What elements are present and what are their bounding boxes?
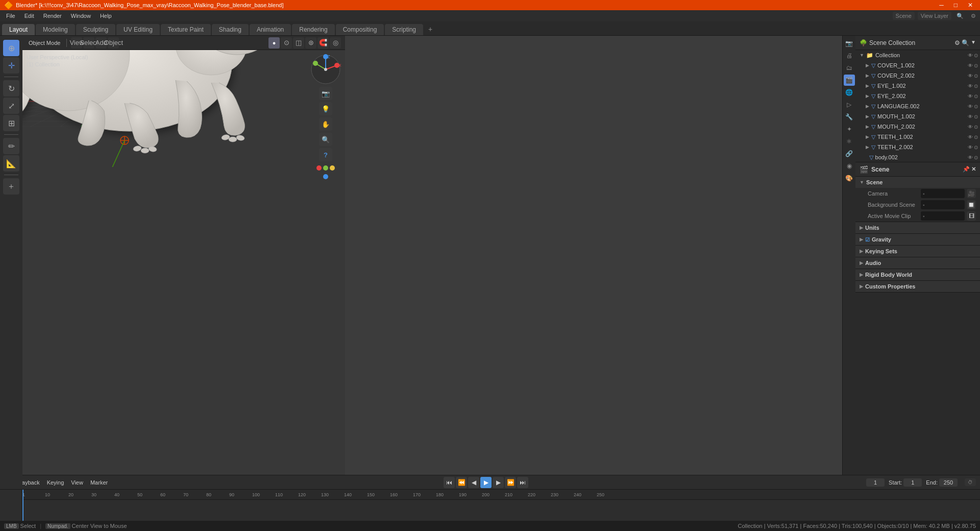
3d-viewport[interactable]: User Perspective (Local) (1) Collection … <box>22 50 345 485</box>
minimize-button[interactable]: ─ <box>936 2 947 9</box>
visibility-icon[interactable]: 👁 <box>968 155 973 160</box>
restrict-icon[interactable]: ⊙ <box>974 53 978 58</box>
object-menu[interactable]: Object <box>108 37 119 49</box>
select-menu[interactable]: Select <box>83 37 94 49</box>
props-object-icon[interactable]: ▷ <box>844 99 855 110</box>
visibility-icon[interactable]: 👁 <box>968 53 973 58</box>
tab-rendering[interactable]: Rendering <box>292 24 334 35</box>
menu-help[interactable]: Help <box>96 12 116 20</box>
viewport-overlay[interactable]: ⊙ <box>281 37 292 49</box>
view-menu[interactable]: View <box>69 478 85 487</box>
custom-properties-section-header[interactable]: ▶ Custom Properties <box>855 281 980 292</box>
props-physics-icon[interactable]: ⚛ <box>844 136 855 147</box>
outliner-item[interactable]: ▶ ▽ MOUTH_1.002 👁 ⊙ <box>855 111 980 122</box>
visibility-icon[interactable]: 👁 <box>968 144 973 150</box>
visibility-icon[interactable]: 👁 <box>968 114 973 119</box>
view-layer-selector[interactable]: View Layer <box>918 12 951 20</box>
render-preview-btn[interactable]: 💡 <box>319 102 332 115</box>
tab-texture-paint[interactable]: Texture Paint <box>161 24 211 35</box>
camera-pick-icon[interactable]: 🎥 <box>967 189 976 198</box>
gravity-check[interactable]: ☑ <box>865 237 870 243</box>
gravity-section-header[interactable]: ▶ ☑ Gravity <box>855 234 980 245</box>
search-icon[interactable]: 🔍 <box>954 13 966 19</box>
props-output-icon[interactable]: 🖨 <box>844 50 855 61</box>
props-close-icon[interactable]: ✕ <box>971 166 976 173</box>
outliner-item[interactable]: ▶ ▽ EYE_2.002 👁 ⊙ <box>855 91 980 101</box>
tab-uv-editing[interactable]: UV Editing <box>116 24 160 35</box>
play-button[interactable]: ▶ <box>480 477 492 488</box>
jump-to-end-button[interactable]: ⏭ <box>517 477 528 488</box>
keying-sets-section-header[interactable]: ▶ Keying Sets <box>855 246 980 257</box>
props-world-icon[interactable]: 🌐 <box>844 87 855 98</box>
current-frame-display[interactable]: 1 <box>866 478 885 487</box>
tab-modeling[interactable]: Modeling <box>36 24 75 35</box>
timeline-playhead[interactable] <box>22 490 23 521</box>
user-prefs-icon[interactable]: ⚙ <box>969 13 978 19</box>
visibility-icon[interactable]: 👁 <box>968 124 973 130</box>
active-movie-clip-value[interactable]: ▪ <box>921 211 965 221</box>
end-frame-display[interactable]: 250 <box>939 478 958 487</box>
annotate-tool[interactable]: ✏ <box>3 138 19 154</box>
background-scene-value[interactable]: ▪ <box>921 200 965 209</box>
audio-section-header[interactable]: ▶ Audio <box>855 257 980 269</box>
tab-compositing[interactable]: Compositing <box>336 24 384 35</box>
visibility-icon[interactable]: 👁 <box>968 83 973 89</box>
restrict-render-icon[interactable]: ⊙ <box>974 83 978 89</box>
proportional-edit[interactable]: ◎ <box>330 37 341 49</box>
rotate-tool[interactable]: ↻ <box>3 80 19 96</box>
outliner-filter-icon[interactable]: ⚙ <box>954 39 960 46</box>
tab-layout[interactable]: Layout <box>2 24 35 35</box>
viewport-gizmo[interactable]: ⊛ <box>305 37 316 49</box>
menu-window[interactable]: Window <box>67 12 95 20</box>
restrict-render-icon[interactable]: ⊙ <box>974 155 978 160</box>
restrict-render-icon[interactable]: ⊙ <box>974 134 978 140</box>
restrict-render-icon[interactable]: ⊙ <box>974 104 978 109</box>
start-frame-display[interactable]: 1 <box>903 478 922 487</box>
move-tool[interactable]: ✛ <box>3 57 19 74</box>
next-frame-button[interactable]: ▶ <box>493 477 504 488</box>
timeline-track[interactable] <box>22 500 980 521</box>
props-scene-icon[interactable]: 🎬 <box>844 75 855 86</box>
cursor-tool[interactable]: ⊕ <box>3 40 19 56</box>
props-render-icon[interactable]: 📷 <box>844 38 855 49</box>
restrict-render-icon[interactable]: ⊙ <box>974 114 978 119</box>
units-section-header[interactable]: ▶ Units <box>855 222 980 233</box>
rigid-body-world-section-header[interactable]: ▶ Rigid Body World <box>855 269 980 280</box>
keying-menu[interactable]: Keying <box>45 478 66 487</box>
viewport-shading-solid[interactable]: ● <box>268 37 280 49</box>
props-particle-icon[interactable]: ✦ <box>844 124 855 135</box>
viewport-xray[interactable]: ◫ <box>293 37 304 49</box>
snap-toggle[interactable]: 🧲 <box>317 37 329 49</box>
outliner-item[interactable]: ▶ ▽ COVER_2.002 👁 ⊙ <box>855 70 980 81</box>
outliner-item[interactable]: ▶ ▽ MOUTH_2.002 👁 ⊙ <box>855 122 980 132</box>
outliner-item[interactable]: ▽ body.002 👁 ⊙ <box>855 152 980 162</box>
add-workspace-button[interactable]: + <box>424 23 436 35</box>
visibility-icon[interactable]: 👁 <box>968 134 973 140</box>
camera-view-btn[interactable]: 📷 <box>319 87 332 100</box>
menu-file[interactable]: File <box>2 12 19 20</box>
props-data-icon[interactable]: ◉ <box>844 160 855 172</box>
viewport-nav-btn[interactable]: ✋ <box>319 117 332 131</box>
background-scene-pick-icon[interactable]: 🔲 <box>967 200 976 209</box>
outliner-item[interactable]: ▶ ▽ TEETH_2.002 👁 ⊙ <box>855 142 980 152</box>
measure-tool[interactable]: 📐 <box>3 155 19 172</box>
transform-tool[interactable]: ⊞ <box>3 115 19 131</box>
outliner-search-icon[interactable]: 🔍 <box>962 39 969 46</box>
close-button[interactable]: ✕ <box>965 2 976 9</box>
outliner-item[interactable]: ▶ ▽ COVER_1.002 👁 ⊙ <box>855 60 980 70</box>
scale-tool[interactable]: ⤢ <box>3 98 19 114</box>
menu-edit[interactable]: Edit <box>20 12 38 20</box>
add-tool[interactable]: ＋ <box>3 178 19 195</box>
outliner-item[interactable]: ▶ ▽ EYE_1.002 👁 ⊙ <box>855 81 980 91</box>
visibility-icon[interactable]: 👁 <box>968 93 973 99</box>
timeline-ruler[interactable]: 1 10 20 30 40 50 60 70 80 90 100 110 120… <box>0 490 980 521</box>
prev-frame-button[interactable]: ◀ <box>468 477 479 488</box>
prev-keyframe-button[interactable]: ⏪ <box>456 477 467 488</box>
active-movie-clip-pick-icon[interactable]: 🎞 <box>967 211 976 221</box>
menu-render[interactable]: Render <box>39 12 66 20</box>
axis-gizmo[interactable]: X Z <box>310 54 341 85</box>
jump-to-start-button[interactable]: ⏮ <box>444 477 455 488</box>
marker-menu[interactable]: Marker <box>88 478 110 487</box>
help-btn[interactable]: ? <box>319 148 332 161</box>
props-modifier-icon[interactable]: 🔧 <box>844 111 855 123</box>
